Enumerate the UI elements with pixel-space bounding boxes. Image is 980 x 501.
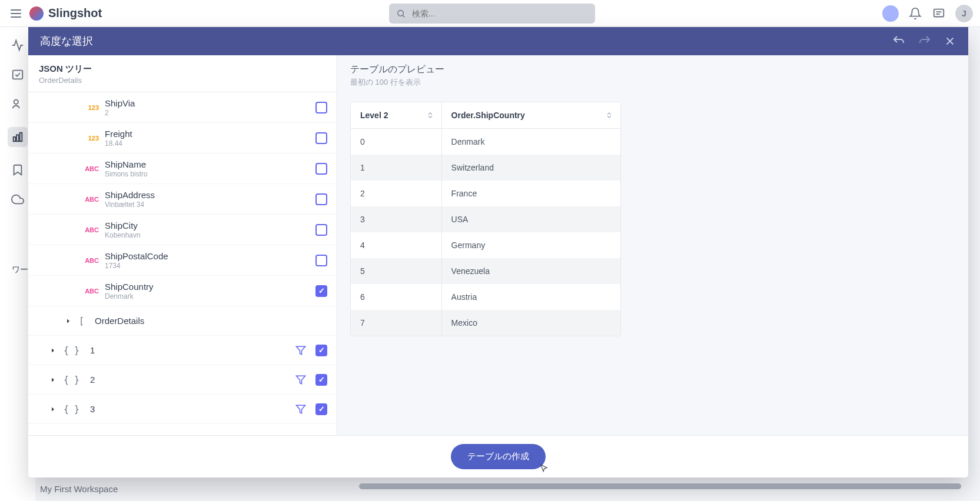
search-bar[interactable] [389,4,595,24]
field-value: Denmark [105,292,315,300]
table-cell: 7 [351,310,441,336]
svg-marker-15 [52,378,54,382]
caret-right-icon[interactable] [49,406,57,413]
field-checkbox[interactable] [315,193,327,205]
field-checkbox[interactable] [315,132,327,144]
tree-field-row[interactable]: ABC ShipCountry Denmark [28,276,337,306]
column-header[interactable]: Order.ShipCountry [441,102,620,129]
field-value: 1734 [105,262,315,270]
preview-panel: テーブルのプレビュー 最初の 100 行を表示 Level 2Order.Shi… [337,55,968,435]
caret-right-icon[interactable] [49,347,57,354]
svg-rect-2 [934,9,944,16]
field-name: ShipCity [105,221,315,231]
tree-field-row[interactable]: ABC ShipCity Kobenhavn [28,215,337,245]
advanced-selection-modal: 高度な選択 JSON ツリー OrderDetails 123 ShipVia … [28,27,968,477]
table-row: 6Austria [351,284,620,310]
sort-icon[interactable] [426,111,434,119]
create-table-button[interactable]: テーブルの作成 [451,444,546,469]
svg-marker-17 [52,407,54,411]
table-cell: 1 [351,155,441,181]
svg-marker-12 [67,319,69,323]
node-checkbox[interactable] [315,374,327,386]
field-value: 18.44 [105,139,315,148]
cloud-icon[interactable] [11,193,24,206]
svg-marker-18 [297,405,305,413]
table-row: 5Venezuela [351,258,620,284]
redo-icon[interactable] [918,34,932,48]
table-cell: Austria [441,284,620,310]
brace-icon: { } [64,345,79,356]
node-label: OrderDetails [95,316,327,326]
horizontal-scrollbar[interactable] [359,483,961,489]
bookmark-icon[interactable] [11,163,24,176]
field-checkbox[interactable] [315,285,327,297]
field-name: ShipPostalCode [105,251,315,261]
tree-field-row[interactable]: 123 Freight 18.44 [28,123,337,153]
type-badge: ABC [85,196,99,203]
modal-footer: テーブルの作成 [28,435,968,477]
table-cell: 4 [351,232,441,258]
tree-title: JSON ツリー [39,64,326,75]
table-cell: 5 [351,258,441,284]
analytics-icon[interactable] [8,127,28,147]
svg-point-0 [398,10,404,16]
table-row: 2France [351,181,620,206]
tree-list[interactable]: 123 ShipVia 2 123 Freight 18.44 ABC Ship… [28,92,337,435]
table-row: 3USA [351,206,620,232]
assistant-avatar[interactable] [882,5,899,22]
field-checkbox[interactable] [315,163,327,175]
type-badge: 123 [88,135,99,142]
tree-field-row[interactable]: ABC ShipName Simons bistro [28,153,337,184]
menu-icon[interactable] [7,5,25,22]
table-cell: 6 [351,284,441,310]
filter-icon[interactable] [295,404,306,415]
users-icon[interactable] [11,98,24,111]
caret-right-icon[interactable] [49,376,57,383]
tree-subtitle: OrderDetails [39,76,326,85]
tree-node-row[interactable]: { } 1 [28,336,337,365]
tree-node-row[interactable]: { } 2 [28,365,337,395]
column-header[interactable]: Level 2 [351,102,441,129]
brace-icon: { } [64,375,79,385]
field-name: ShipAddress [105,190,315,200]
user-avatar[interactable]: J [955,5,973,22]
brace-icon: { } [64,404,79,415]
field-value: 2 [105,109,315,117]
node-checkbox[interactable] [315,345,327,356]
logo[interactable]: Slingshot [29,6,102,21]
close-icon[interactable] [944,35,956,48]
type-badge: ABC [85,226,99,233]
filter-icon[interactable] [295,375,306,385]
field-checkbox[interactable] [315,224,327,236]
table-cell: Denmark [441,129,620,155]
search-input[interactable] [412,9,588,18]
svg-rect-7 [14,137,16,141]
preview-subtitle: 最初の 100 行を表示 [350,77,955,88]
tree-field-row[interactable]: 123 ShipVia 2 [28,92,337,123]
table-row: 1Switzerland [351,155,620,181]
svg-rect-8 [16,135,19,141]
node-checkbox[interactable] [315,403,327,415]
modal-header: 高度な選択 [28,27,968,55]
notifications-icon[interactable] [908,6,922,21]
node-label: 2 [90,375,295,385]
field-checkbox[interactable] [315,255,327,266]
chat-icon[interactable] [932,6,946,21]
sort-icon[interactable] [605,111,613,119]
caret-right-icon[interactable] [65,318,72,325]
table-cell: 2 [351,181,441,206]
preview-table: Level 2Order.ShipCountry 0Denmark1Switze… [350,102,621,336]
undo-icon[interactable] [892,34,906,48]
tasks-icon[interactable] [11,68,24,81]
activity-icon[interactable] [11,39,24,52]
tree-node-row[interactable]: { } 3 [28,395,337,424]
svg-marker-14 [297,346,305,355]
table-cell: Germany [441,232,620,258]
tree-node-row[interactable]: [ OrderDetails [28,306,337,336]
tree-field-row[interactable]: ABC ShipAddress Vinbæltet 34 [28,184,337,215]
tree-field-row[interactable]: ABC ShipPostalCode 1734 [28,245,337,276]
filter-icon[interactable] [295,345,306,356]
type-badge: ABC [85,165,99,172]
field-checkbox[interactable] [315,102,327,113]
table-row: 4Germany [351,232,620,258]
